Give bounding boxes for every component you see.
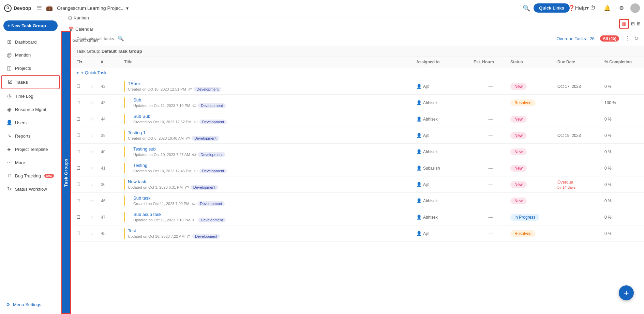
tab-kanban[interactable]: ⊞ Kanban (65, 16, 104, 24)
row-est-hours: — (474, 231, 508, 236)
refresh-icon[interactable]: ↻ (634, 35, 639, 42)
row-task-meta: Created on Oct 10, 2023 12:52 PM 🏷 Devel… (133, 120, 414, 124)
task-group-name: Default Task Group (102, 49, 142, 54)
briefcase-icon: 💼 (46, 5, 53, 11)
new-task-group-button[interactable]: + New Task Group (3, 20, 58, 31)
row-star-icon[interactable]: ☆ (90, 166, 98, 171)
task-search-icon[interactable]: 🔍 (118, 35, 124, 42)
row-title-area: Testing Created on Oct 10, 2023 12:45 PM… (124, 163, 414, 173)
sidebar-item-dashboard[interactable]: ⊞ Dashboard (1, 35, 60, 48)
row-checkbox[interactable]: ☐ (76, 215, 87, 220)
row-task-name[interactable]: Sub (133, 97, 414, 103)
project-template-icon: ◈ (6, 146, 12, 152)
row-star-icon[interactable]: ☆ (90, 100, 98, 105)
search-icon[interactable]: 🔍 (523, 4, 530, 12)
sidebar-item-resource[interactable]: ◉ Resource Mgmt (1, 103, 60, 116)
tasks-container: ☐ ☆ 42 TRask Created on Oct 10, 2023 12:… (71, 78, 644, 242)
row-task-name[interactable]: Test (128, 228, 414, 233)
tag-icon: 🏷 (192, 104, 196, 108)
row-task-name[interactable]: Testing sub (133, 146, 414, 152)
users-icon: 👤 (6, 120, 12, 126)
row-checkbox[interactable]: ☐ (76, 182, 87, 187)
sidebar-item-tasks[interactable]: ☑ Tasks (1, 75, 60, 89)
sidebar-item-project-template[interactable]: ◈ Project Template (1, 143, 60, 156)
more-options-icon[interactable]: ⋮ (625, 35, 631, 42)
row-star-icon[interactable]: ☆ (90, 149, 98, 154)
row-task-name[interactable]: New task (128, 179, 414, 184)
row-task-name[interactable]: Sub asub task (133, 212, 414, 217)
row-assignee: 👤 Abhisek (416, 116, 471, 122)
row-est-hours: — (474, 149, 508, 154)
row-task-name[interactable]: TRask (128, 81, 414, 86)
row-est-hours: — (474, 166, 508, 171)
row-star-icon[interactable]: ☆ (90, 231, 98, 236)
row-checkbox[interactable]: ☐ (76, 198, 87, 203)
row-task-meta: Updated on Oct 3, 2023 6:31 PM 🏷 Develop… (128, 185, 414, 190)
row-percent: 0 % (604, 84, 639, 89)
row-checkbox[interactable]: ☐ (76, 84, 87, 89)
sidebar-item-projects[interactable]: ◫ Projects (1, 62, 60, 75)
row-assignee: 👤 Abhisek (416, 198, 471, 203)
row-tag-badge: Development (198, 218, 226, 222)
row-task-name[interactable]: Testing (133, 163, 414, 168)
row-number: 42 (101, 84, 121, 89)
gear-icon: ⚙ (6, 302, 10, 307)
row-number: 45 (101, 231, 121, 236)
sidebar-item-status-workflow[interactable]: ↻ Status Workflow (1, 183, 60, 195)
row-task-name[interactable]: Testing 1 (128, 130, 414, 135)
row-checkbox[interactable]: ☐ (76, 166, 87, 171)
grid-icon[interactable]: ⊞ (637, 21, 641, 26)
sidebar-item-more[interactable]: ⋯ More (1, 156, 60, 169)
quick-links-button[interactable]: Quick Links (534, 3, 570, 13)
row-star-icon[interactable]: ☆ (90, 116, 98, 122)
row-checkbox[interactable]: ☐ (76, 100, 87, 105)
clock-icon[interactable]: ⏱ (587, 3, 598, 14)
row-meta-text: Created on Oct 10, 2023 12:52 PM (133, 120, 192, 124)
columns-icon[interactable]: ⊞ (631, 21, 635, 26)
row-meta-text: Created on Oct 11, 2023 7:09 PM (133, 202, 190, 206)
sidebar-item-reports[interactable]: ∿ Reports (1, 129, 60, 142)
sidebar-item-bug-tracking[interactable]: ⚐ Bug Tracking New (1, 169, 60, 182)
row-task-meta: Updated on Oct 10, 2023 7:27 AM 🏷 Develo… (133, 152, 414, 157)
row-assignee-name: Ajit (423, 84, 429, 89)
row-star-icon[interactable]: ☆ (90, 182, 98, 187)
row-task-name[interactable]: Sub Sub (133, 114, 414, 119)
sidebar-label-bug-tracking: Bug Tracking (15, 173, 41, 178)
user-avatar[interactable] (630, 3, 640, 13)
row-status: In Progress (510, 214, 555, 221)
tag-icon: 🏷 (186, 234, 190, 238)
help-icon: ❓ (568, 5, 575, 11)
row-checkbox[interactable]: ☐ (76, 116, 87, 122)
table-row: ☐ ☆ 43 Sub Updated on Oct 11, 2023 7:10 … (71, 95, 644, 111)
row-checkbox[interactable]: ☐ (76, 149, 87, 154)
filter-button[interactable]: ▦ (619, 19, 629, 29)
plus-icon: + (76, 70, 79, 75)
badge-bug-tracking: New (44, 174, 54, 178)
row-status-badge: New (510, 165, 527, 172)
help-button[interactable]: ❓ Help ▾ (573, 3, 584, 14)
row-checkbox[interactable]: ☐ (76, 231, 87, 236)
overdue-tasks-link[interactable]: Overdue Tasks : 26 (556, 36, 595, 41)
row-star-icon[interactable]: ☆ (90, 133, 98, 138)
row-tag-badge: Development (194, 87, 222, 92)
row-task-name[interactable]: Sub task (133, 195, 414, 201)
menu-settings-item[interactable]: ⚙ Menu Settings (1, 299, 60, 311)
row-title-area: Sub task Created on Oct 11, 2023 7:09 PM… (124, 195, 414, 206)
task-groups-sidebar[interactable]: Task Groups (61, 31, 71, 314)
quick-task-row[interactable]: + + Quick Task (71, 67, 644, 78)
bell-icon[interactable]: 🔔 (602, 3, 613, 14)
sidebar-item-mention[interactable]: @ Mention (1, 49, 60, 61)
hamburger-icon[interactable]: ☰ (36, 4, 42, 12)
row-star-icon[interactable]: ☆ (90, 84, 98, 89)
row-star-icon[interactable]: ☆ (90, 198, 98, 203)
top-nav-right: 🔍 Quick Links ❓ Help ▾ ⏱ 🔔 ⚙ (523, 3, 640, 14)
fab-add-button[interactable]: + (619, 285, 634, 300)
project-title-dropdown[interactable]: Orangescrum Learning Projec... ▾ (57, 5, 128, 11)
sidebar-item-timelog[interactable]: ◷ Time Log (1, 90, 60, 103)
row-checkbox[interactable]: ☐ (76, 133, 87, 138)
settings-icon[interactable]: ⚙ (616, 3, 627, 14)
row-tag-badge: Development (197, 201, 225, 206)
sidebar-item-users[interactable]: 👤 Users (1, 116, 60, 129)
row-star-icon[interactable]: ☆ (90, 215, 98, 220)
row-status-badge: In Progress (510, 214, 539, 221)
